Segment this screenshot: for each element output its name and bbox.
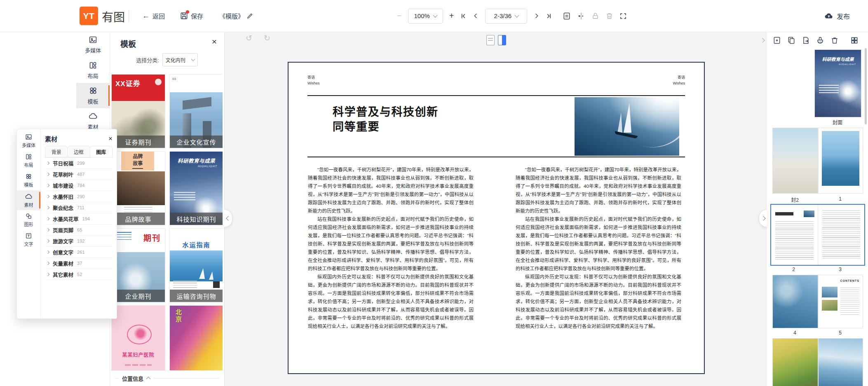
template-thumb-shipping-guide[interactable]: 水运指南 运输咨询刊物 [169, 228, 223, 302]
left-page-text-column[interactable]: “忽如一夜春风来，千树万树梨花开”，建国70年来，特别是改革开放以来，随着我国经… [308, 166, 474, 330]
clear-page-icon[interactable] [816, 36, 825, 45]
rail-item-layout[interactable]: 布局 [17, 151, 40, 171]
shapes-icon [25, 213, 32, 220]
sidebar-item-media[interactable]: 多媒体 [76, 32, 110, 57]
asset-category-row[interactable]: 水墨风花草194 [45, 213, 113, 225]
template-thumb-corporate-culture[interactable]: 03 企业文化宣传 [169, 74, 223, 148]
mini-image-block [822, 287, 838, 297]
page-thumb-1[interactable] [818, 128, 863, 194]
tab-background[interactable]: 背景 [45, 146, 68, 157]
assets-floating-panel: 多媒体 布局 模板 素材 图形 文字 [16, 129, 117, 319]
save-button[interactable]: 保存 [180, 0, 203, 32]
grid-view-icon[interactable] [850, 36, 859, 45]
sidebar-item-template[interactable]: 模板 [76, 83, 110, 108]
page-thumb-spread-2-3-selected[interactable] [770, 204, 865, 266]
publish-button[interactable]: 发布 [824, 0, 850, 32]
asset-category-row[interactable]: 水墨怀旧290 [45, 191, 113, 202]
pages-scrollbar[interactable] [865, 48, 867, 124]
template-thumb-corporate-journal[interactable]: 期刊 企业期刊 [111, 228, 165, 302]
rail-item-shapes[interactable]: 图形 [17, 210, 40, 230]
delete-page-icon[interactable] [830, 36, 839, 45]
lock-icon[interactable] [591, 12, 599, 20]
canvas-area: ↺ ↻ 寄语 Wishes 寄语 Wishes 科学普及与科技创新 同等重要 [224, 32, 767, 386]
asset-category-row[interactable]: 旅游文字192 [45, 236, 113, 247]
insert-page-icon[interactable] [801, 36, 810, 45]
assets-panel-title: 素材 [45, 134, 57, 143]
expand-right-panel-button[interactable] [758, 36, 767, 44]
copy-page-icon[interactable] [787, 36, 796, 45]
asset-category-row[interactable]: 页眉页脚65 [45, 225, 113, 236]
single-page-view-toggle[interactable] [486, 35, 495, 45]
fullscreen-icon[interactable] [619, 12, 627, 20]
split-page-icon[interactable] [577, 12, 585, 20]
page-thumb-cover[interactable]: 科研教育与成果 HIGHLIGHT [814, 49, 861, 117]
page-thumb-3[interactable] [818, 205, 865, 265]
unsaved-dot [186, 10, 189, 14]
sidebar-item-layout[interactable]: 布局 [76, 57, 110, 83]
template-label: 企业文化宣传 [170, 136, 223, 148]
template-panel: 模板 × 选择分类: 文化内刊 XX证券 证券期刊 03 [110, 32, 225, 386]
chevron-right-icon [46, 217, 49, 220]
document-title-text: 《模版》 [219, 12, 244, 20]
document-title[interactable]: 《模版》 [219, 0, 253, 32]
position-info-bar[interactable]: 位置信息 [110, 370, 224, 386]
template-thumb-science-journal[interactable]: 科研教育与成果 HIGHLIGHT 科技知识期刊 [169, 151, 223, 225]
back-button[interactable]: ← 返回 [142, 0, 165, 32]
boat-wake [601, 97, 679, 156]
rail-item-assets[interactable]: 素材 [17, 190, 40, 210]
right-page-text-column[interactable]: “忽如一夜春风来，千树万树梨花开”，建国70年来，特别是改革开放以来，随着我国经… [516, 166, 681, 330]
close-icon[interactable]: × [212, 37, 217, 46]
article-title[interactable]: 科学普及与科技创新 同等重要 [333, 105, 439, 135]
page-thumb-6[interactable] [772, 338, 818, 386]
rail-item-template[interactable]: 模板 [17, 171, 40, 190]
page-thumb-5[interactable]: CONTENTS [818, 275, 863, 328]
rail-item-text[interactable]: 文字 [17, 230, 40, 250]
edit-pencil-icon[interactable] [247, 13, 253, 19]
close-icon[interactable]: × [108, 135, 113, 142]
spread-view-toggle[interactable] [498, 35, 506, 45]
template-thumb-beijing[interactable]: 北京 [169, 305, 223, 371]
zoom-out-button[interactable]: − [397, 11, 402, 21]
next-page-button[interactable] [533, 13, 540, 19]
logo-icon[interactable]: YT [80, 7, 98, 25]
add-page-icon[interactable] [772, 36, 781, 45]
asset-category-row[interactable]: 聚会纪念711 [45, 202, 113, 213]
zoom-in-button[interactable]: + [449, 11, 454, 21]
corner-en: Wishes [307, 81, 320, 87]
asset-category-row[interactable]: 花草树叶487 [45, 169, 113, 180]
category-dropdown[interactable]: 文化内刊 [162, 53, 198, 66]
magazine-spread[interactable]: 寄语 Wishes 寄语 Wishes 科学普及与科技创新 同等重要 “忽如一夜… [288, 62, 705, 374]
page-setup-icon[interactable] [563, 12, 571, 20]
sea-photo [822, 131, 859, 186]
page-thumb-cover2[interactable] [772, 128, 818, 194]
zoom-level-dropdown[interactable]: 100% [408, 9, 443, 23]
template-icon [89, 86, 98, 95]
asset-category-row[interactable]: 其它素材52 [45, 269, 113, 280]
asset-category-row[interactable]: 城市建设784 [45, 180, 113, 191]
last-page-button[interactable] [546, 13, 552, 19]
template-icon [25, 173, 32, 180]
doc-line [488, 40, 493, 41]
asset-category-row[interactable]: 节日祝福299 [45, 158, 113, 169]
tab-border[interactable]: 边框 [67, 146, 90, 157]
template-label: 运输咨询刊物 [170, 290, 223, 302]
sailboat-shape [199, 268, 205, 279]
template-thumb-securities[interactable]: XX证券 证券期刊 [111, 74, 165, 148]
prev-page-button[interactable] [473, 13, 479, 19]
asset-category-row[interactable]: 创意文字261 [45, 247, 113, 258]
template-thumb-hospital[interactable]: 某某妇产医院 [111, 305, 165, 371]
page-thumb-2[interactable] [771, 205, 818, 265]
page-indicator-dropdown[interactable]: 2-3/36 [485, 9, 527, 23]
first-page-button[interactable] [460, 13, 467, 19]
undo-icon[interactable]: ↺ [246, 33, 252, 43]
rail-item-media[interactable]: 多媒体 [17, 131, 40, 151]
delete-page-icon[interactable] [605, 12, 613, 20]
mini-image-block [804, 211, 814, 217]
template-thumb-brand-story[interactable]: 品牌 故事 品牌故事 [111, 151, 165, 225]
sailboat-photo[interactable] [575, 97, 679, 156]
redo-icon[interactable]: ↻ [264, 33, 270, 43]
page-thumb-7[interactable] [818, 338, 863, 386]
asset-category-row[interactable]: 矢量素材37 [45, 258, 113, 269]
page-thumb-4[interactable] [772, 275, 818, 328]
tab-gallery[interactable]: 图库 [90, 146, 113, 157]
